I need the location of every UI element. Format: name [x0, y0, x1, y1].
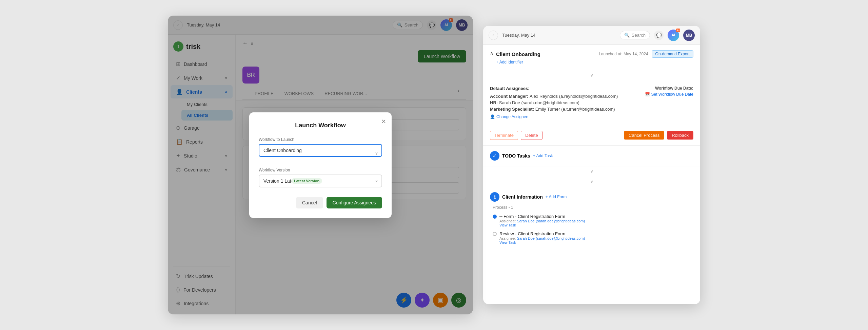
add-identifier-link[interactable]: + Add identifier — [496, 60, 693, 65]
assignee-link-2[interactable]: Sarah Doe (sarah.doe@brightideas.com) — [517, 236, 585, 240]
right-ai-badge: AI — [676, 29, 680, 32]
add-task-link[interactable]: + Add Task — [533, 153, 553, 158]
right-actions: Cancel Process Rollback — [624, 131, 693, 140]
modal-footer: Cancel Configure Assignees — [259, 197, 382, 208]
collapse-row-1[interactable]: ∨ — [483, 70, 700, 80]
modal-close-button[interactable]: ✕ — [381, 118, 386, 125]
task-name-text: Form - Client Registration Form — [504, 214, 565, 219]
cancel-process-button[interactable]: Cancel Process — [624, 131, 664, 140]
configure-assignees-button[interactable]: Configure Assignees — [327, 197, 382, 208]
collapse-row-3[interactable]: ∨ — [483, 177, 700, 187]
launched-at: Launched at: May 14, 2024 — [599, 52, 648, 56]
task-dot-filled — [493, 215, 497, 219]
search-label: Search — [632, 33, 646, 38]
client-info-section: ℹ Client Information + Add Form Process … — [483, 187, 700, 252]
assignee-marketing: Marketing Specialist: Emily Turner (e.tu… — [490, 107, 638, 112]
left-window: ‹ Tuesday, May 14 🔍 Search 💬 AI AI MB t … — [168, 16, 473, 314]
task-row-2: Review - Client Registration Form Assign… — [490, 229, 693, 246]
process-label: Process - 1 — [490, 205, 693, 210]
search-icon: 🔍 — [624, 33, 630, 38]
role-label: Account Manager: — [490, 94, 530, 99]
assignees-section: Default Assignees: Account Manager: Alex… — [483, 80, 700, 125]
right-date: Tuesday, May 14 — [502, 33, 535, 38]
client-info-title: Client Information — [502, 194, 543, 200]
view-task-link-1[interactable]: View Task — [499, 223, 693, 227]
collapse-icon[interactable]: ∧ — [490, 50, 493, 56]
right-top-bar: ‹ Tuesday, May 14 🔍 Search 💬 AI AI MB — [483, 26, 700, 45]
task-dot-empty — [493, 232, 497, 236]
collapse-row-2[interactable]: ∨ — [483, 166, 700, 177]
role-label: Marketing Specialist: — [490, 107, 535, 112]
terminate-button[interactable]: Terminate — [490, 131, 518, 140]
todo-title: TODO Tasks — [502, 153, 530, 159]
calendar-icon: 📅 — [645, 92, 650, 97]
right-panel-content: ∧ Client Onboarding Launched at: May 14,… — [483, 45, 700, 304]
export-button[interactable]: On-demand Export — [652, 50, 693, 58]
workflow-select[interactable]: Client Onboarding Employee Onboarding Pr… — [259, 144, 382, 157]
role-label: HR: — [490, 100, 499, 105]
right-user-avatar[interactable]: MB — [683, 30, 695, 41]
action-buttons-section: Terminate Delete Cancel Process Rollback — [483, 125, 700, 146]
task-info-1: ✏ Form - Client Registration Form Assign… — [499, 214, 693, 227]
client-info-icon: ℹ — [490, 192, 499, 202]
set-due-date-link[interactable]: 📅 Set Workflow Due Date — [645, 92, 694, 97]
task-name-2: Review - Client Registration Form — [499, 231, 693, 236]
due-date-label: Workflow Due Date: — [645, 86, 694, 91]
task-assignee-1: Assignee: Sarah Doe (sarah.doe@brightide… — [499, 219, 693, 223]
version-label: Workflow Version — [259, 168, 382, 172]
assignee-account-manager: Account Manager: Alex Reynolds (a.reynol… — [490, 94, 638, 99]
workflow-label: Workflow to Launch — [259, 137, 382, 142]
modal-overlay: ✕ Launch Workflow Workflow to Launch Cli… — [168, 16, 473, 314]
todo-section: ✓ TODO Tasks + Add Task — [483, 146, 700, 166]
change-assignee-icon: 👤 — [490, 114, 495, 119]
default-assignees-title: Default Assignees: — [490, 86, 638, 91]
right-nav-back[interactable]: ‹ — [489, 31, 498, 40]
rollback-button[interactable]: Rollback — [667, 131, 693, 140]
assignee-link-1[interactable]: Sarah Doe (sarah.doe@brightideas.com) — [517, 219, 585, 223]
task-assignee-2: Assignee: Sarah Doe (sarah.doe@brightide… — [499, 236, 693, 240]
assignee-hr: HR: Sarah Doe (sarah.doe@brightideas.com… — [490, 100, 638, 105]
right-search[interactable]: 🔍 Search — [620, 31, 650, 39]
modal-title: Launch Workflow — [259, 122, 382, 129]
view-task-link-2[interactable]: View Task — [499, 240, 693, 244]
launch-workflow-modal: ✕ Launch Workflow Workflow to Launch Cli… — [249, 112, 392, 218]
add-form-link[interactable]: + Add Form — [546, 195, 567, 199]
version-select[interactable]: Version 1 Latest Version — [259, 175, 382, 187]
right-ai-avatar[interactable]: AI AI — [668, 30, 679, 41]
workflow-select-wrap: Client Onboarding Employee Onboarding Pr… — [259, 144, 382, 162]
delete-button[interactable]: Delete — [521, 131, 542, 140]
rp-title-section: ∧ Client Onboarding Launched at: May 14,… — [483, 45, 700, 70]
change-assignee-link[interactable]: 👤 Change Assignee — [490, 114, 528, 119]
task-name-1: ✏ Form - Client Registration Form — [499, 214, 693, 219]
right-chat-icon[interactable]: 💬 — [654, 31, 664, 40]
cancel-button[interactable]: Cancel — [296, 197, 323, 208]
task-row-1: ✏ Form - Client Registration Form Assign… — [490, 212, 693, 229]
due-date-section: Workflow Due Date: 📅 Set Workflow Due Da… — [645, 86, 694, 97]
right-window: ‹ Tuesday, May 14 🔍 Search 💬 AI AI MB ∧ … — [483, 26, 700, 304]
panel-title: Client Onboarding — [496, 51, 540, 57]
todo-icon: ✓ — [490, 151, 499, 161]
task-info-2: Review - Client Registration Form Assign… — [499, 231, 693, 244]
version-select-wrap: Version 1 Latest Version ∨ Latest Versio… — [259, 175, 382, 187]
edit-icon: ✏ — [499, 215, 504, 219]
action-row: Terminate Delete Cancel Process Rollback — [490, 131, 693, 140]
